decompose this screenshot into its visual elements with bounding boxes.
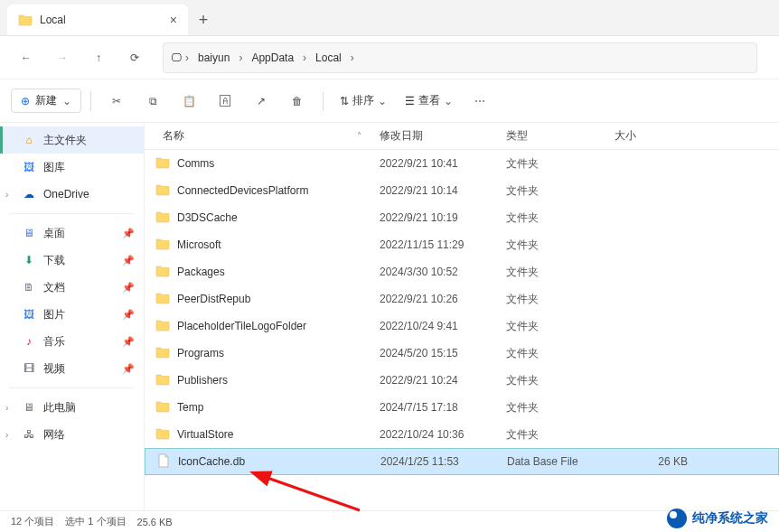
view-label: 查看 xyxy=(418,93,440,108)
separator xyxy=(9,213,135,214)
new-tab-button[interactable]: + xyxy=(188,5,219,35)
pc-icon: 🖥 xyxy=(22,400,36,415)
file-row[interactable]: D3DSCache2022/9/21 10:19文件夹 xyxy=(145,204,779,231)
column-size[interactable]: 大小 xyxy=(615,128,705,144)
copy-icon: ⧉ xyxy=(149,95,157,107)
file-type: 文件夹 xyxy=(506,265,615,280)
column-name[interactable]: 名称 ˄ xyxy=(145,128,380,144)
main-area: ⌂ 主文件夹 🖼 图库 › ☁ OneDrive 🖥 桌面 📌 ⬇ 下载 📌 🗎… xyxy=(0,123,779,510)
file-date: 2022/9/21 10:19 xyxy=(380,211,506,224)
forward-button[interactable]: → xyxy=(47,42,78,73)
file-row[interactable]: ConnectedDevicesPlatform2022/9/21 10:14文… xyxy=(145,177,779,204)
separator xyxy=(9,387,135,388)
sidebar-label: 文档 xyxy=(43,280,65,295)
sort-button[interactable]: ⇅ 排序 ⌄ xyxy=(333,89,394,112)
breadcrumb-item[interactable]: Local xyxy=(310,51,347,64)
breadcrumb-item[interactable]: baiyun xyxy=(192,51,235,64)
sidebar-item-videos[interactable]: 🎞 视频 📌 xyxy=(0,355,144,382)
file-name: Microsoft xyxy=(177,238,221,251)
file-row[interactable]: Microsoft2022/11/15 11:29文件夹 xyxy=(145,231,779,258)
sidebar-item-documents[interactable]: 🗎 文档 📌 xyxy=(0,274,144,301)
pin-icon[interactable]: 📌 xyxy=(122,282,135,294)
copy-button[interactable]: ⧉ xyxy=(136,85,169,117)
file-row[interactable]: Temp2024/7/15 17:18文件夹 xyxy=(145,394,779,421)
file-row[interactable]: PlaceholderTileLogoFolder2022/10/24 9:41… xyxy=(145,313,779,340)
pin-icon[interactable]: 📌 xyxy=(122,255,135,266)
file-row[interactable]: Programs2024/5/20 15:15文件夹 xyxy=(145,340,779,367)
tab-local[interactable]: Local × xyxy=(7,5,188,35)
music-icon: ♪ xyxy=(22,334,36,349)
close-tab-icon[interactable]: × xyxy=(170,13,177,27)
new-button[interactable]: ⊕ 新建 ⌄ xyxy=(11,89,81,113)
cut-button[interactable]: ✂ xyxy=(100,85,133,117)
refresh-button[interactable]: ⟳ xyxy=(119,42,150,73)
file-type: 文件夹 xyxy=(506,292,615,307)
file-date: 2022/11/15 11:29 xyxy=(380,238,506,251)
share-button[interactable]: ↗ xyxy=(245,85,277,117)
file-name: PeerDistRepub xyxy=(177,293,250,305)
folder-icon xyxy=(18,13,33,27)
cloud-icon: ☁ xyxy=(22,187,36,201)
sort-asc-icon: ˄ xyxy=(357,131,361,141)
file-row[interactable]: Packages2024/3/30 10:52文件夹 xyxy=(145,258,779,285)
rename-button[interactable]: 🄰 xyxy=(209,85,241,117)
sidebar-item-pictures[interactable]: 🖼 图片 📌 xyxy=(0,301,144,328)
sidebar-item-home[interactable]: ⌂ 主文件夹 xyxy=(0,126,144,154)
sidebar-item-music[interactable]: ♪ 音乐 📌 xyxy=(0,328,144,355)
chevron-down-icon: ⌄ xyxy=(378,95,387,107)
chevron-right-icon[interactable]: › xyxy=(5,403,8,413)
status-bar: 12 个项目 选中 1 个项目 25.6 KB xyxy=(0,510,779,532)
back-button[interactable]: ← xyxy=(11,42,42,73)
pin-icon[interactable]: 📌 xyxy=(122,363,135,375)
chevron-right-icon[interactable]: › xyxy=(5,430,8,440)
delete-button[interactable]: 🗑 xyxy=(281,85,314,117)
file-row[interactable]: Publishers2022/9/21 10:24文件夹 xyxy=(145,367,779,394)
file-row[interactable]: VirtualStore2022/10/24 10:36文件夹 xyxy=(145,421,779,448)
watermark-logo: 纯净系统之家 xyxy=(667,509,768,528)
new-label: 新建 xyxy=(35,93,57,108)
file-name: IconCache.db xyxy=(178,455,245,468)
breadcrumb-item[interactable]: AppData xyxy=(246,51,299,64)
logo-icon xyxy=(667,509,687,528)
sidebar-item-network[interactable]: › 🖧 网络 xyxy=(0,421,144,448)
file-name: Comms xyxy=(177,157,214,170)
file-row[interactable]: PeerDistRepub2022/9/21 10:26文件夹 xyxy=(145,285,779,313)
up-button[interactable]: ↑ xyxy=(83,42,114,73)
sidebar-item-thispc[interactable]: › 🖥 此电脑 xyxy=(0,394,144,421)
file-list[interactable]: Comms2022/9/21 10:41文件夹ConnectedDevicesP… xyxy=(145,150,779,510)
file-name: Temp xyxy=(177,401,203,414)
sort-icon: ⇅ xyxy=(340,95,349,107)
separator xyxy=(323,91,324,111)
chevron-right-icon[interactable]: › xyxy=(5,190,8,200)
navigation-bar: ← → ↑ ⟳ 🖵 › baiyun › AppData › Local › xyxy=(0,36,779,79)
status-count: 12 个项目 xyxy=(11,515,54,528)
sidebar-label: OneDrive xyxy=(43,188,89,201)
paste-button[interactable]: 📋 xyxy=(173,85,205,117)
column-type[interactable]: 类型 xyxy=(506,128,615,144)
pin-icon[interactable]: 📌 xyxy=(122,336,135,348)
address-bar[interactable]: 🖵 › baiyun › AppData › Local › xyxy=(163,42,757,73)
view-button[interactable]: ☰ 查看 ⌄ xyxy=(398,89,460,112)
status-selected: 选中 1 个项目 xyxy=(65,515,126,528)
file-date: 2022/9/21 10:14 xyxy=(380,184,506,197)
file-type: 文件夹 xyxy=(506,319,615,334)
pin-icon[interactable]: 📌 xyxy=(122,228,135,239)
file-type: 文件夹 xyxy=(506,156,615,172)
file-date: 2024/1/25 11:53 xyxy=(380,455,507,468)
rename-icon: 🄰 xyxy=(220,95,230,107)
sidebar-item-downloads[interactable]: ⬇ 下载 📌 xyxy=(0,247,144,274)
chevron-down-icon: ⌄ xyxy=(444,95,453,107)
more-button[interactable]: ⋯ xyxy=(464,85,496,117)
file-name: Programs xyxy=(177,347,224,359)
tab-bar: Local × + xyxy=(0,0,779,36)
sidebar-label: 桌面 xyxy=(43,226,65,241)
pin-icon[interactable]: 📌 xyxy=(122,309,135,321)
file-row[interactable]: Comms2022/9/21 10:41文件夹 xyxy=(145,150,779,177)
column-date[interactable]: 修改日期 xyxy=(380,128,506,144)
sidebar-item-gallery[interactable]: 🖼 图库 xyxy=(0,154,144,181)
file-type: Data Base File xyxy=(507,455,615,468)
sidebar-item-onedrive[interactable]: › ☁ OneDrive xyxy=(0,181,144,208)
file-row[interactable]: IconCache.db2024/1/25 11:53Data Base Fil… xyxy=(145,448,779,475)
sidebar-item-desktop[interactable]: 🖥 桌面 📌 xyxy=(0,219,144,247)
file-type: 文件夹 xyxy=(506,238,615,253)
